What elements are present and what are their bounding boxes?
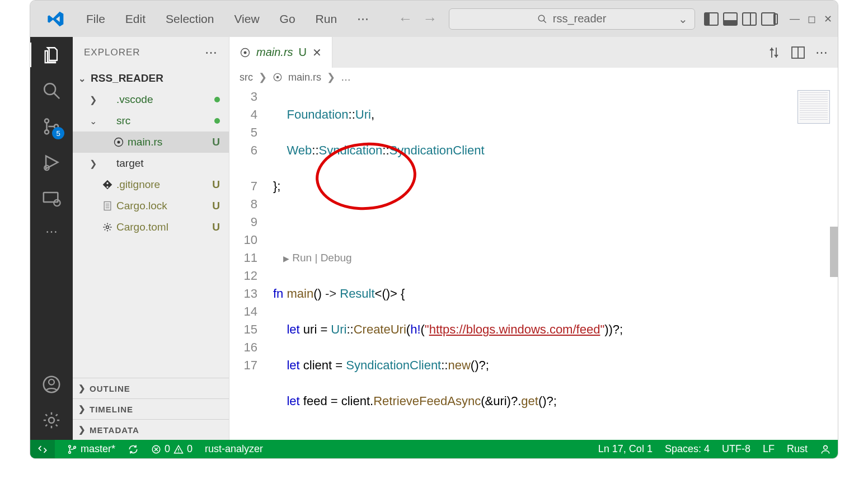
scrollbar-thumb[interactable] <box>830 227 838 277</box>
editor-more-icon[interactable]: ⋯ <box>815 45 828 60</box>
svg-point-26 <box>69 445 71 447</box>
menu-go[interactable]: Go <box>270 12 306 26</box>
git-branch[interactable]: master* <box>67 443 115 455</box>
menu-view[interactable]: View <box>224 12 269 26</box>
explorer-sidebar: EXPLORER ⋯ ⌄ RSS_READER ❯.vscode⌄srcmain… <box>73 37 229 440</box>
file-icon <box>102 200 116 212</box>
tree-item[interactable]: ⌄src <box>73 110 229 132</box>
window-minimize-icon[interactable]: — <box>790 13 800 25</box>
activity-scm-icon[interactable]: 5 <box>42 117 61 136</box>
toggle-primary-sidebar-icon[interactable] <box>704 12 719 26</box>
svg-point-5 <box>45 130 49 134</box>
menu-edit[interactable]: Edit <box>115 12 156 26</box>
sync-icon[interactable] <box>128 444 139 455</box>
svg-point-31 <box>178 451 179 452</box>
menu-more[interactable]: ⋯ <box>347 12 379 26</box>
code-content[interactable]: Foundation::Uri, Web::Syndication::Syndi… <box>273 87 623 440</box>
editor-group: main.rs U ✕ ⋯ src ❯ main.rs ❯ … <box>229 37 838 440</box>
rust-icon <box>113 137 128 148</box>
tree-item[interactable]: Cargo.tomlU <box>73 217 229 238</box>
section-timeline[interactable]: ❯TIMELINE <box>73 398 229 419</box>
svg-point-14 <box>118 141 120 144</box>
line-gutter: 3456 7891011121314151617 <box>229 87 273 440</box>
tree-item[interactable]: main.rsU <box>73 132 229 153</box>
tree-item[interactable]: ❯target <box>73 153 229 174</box>
svg-line-1 <box>543 20 546 23</box>
tab-status: U <box>299 46 307 59</box>
crumb-src[interactable]: src <box>240 72 253 83</box>
sidebar-title: EXPLORER <box>84 47 140 58</box>
rust-icon <box>240 47 251 58</box>
menu-run[interactable]: Run <box>306 12 348 26</box>
codelens-run-debug[interactable]: ▶ Run | Debug <box>273 249 623 267</box>
menu-file[interactable]: File <box>76 12 115 26</box>
git-icon <box>102 179 116 190</box>
toggle-panel-icon[interactable] <box>723 12 738 26</box>
status-bar: master* 0 0 rust-analyzer Ln 17, Col 1 S… <box>30 440 838 458</box>
scm-badge: 5 <box>52 127 64 139</box>
svg-point-2 <box>44 83 55 95</box>
encoding[interactable]: UTF-8 <box>722 443 750 455</box>
minimap[interactable] <box>797 90 830 124</box>
activity-explorer-icon[interactable] <box>42 45 61 64</box>
svg-point-11 <box>49 379 54 385</box>
section-outline[interactable]: ❯OUTLINE <box>73 378 229 398</box>
svg-point-25 <box>276 76 279 79</box>
problems[interactable]: 0 0 <box>151 443 193 455</box>
tab-main-rs[interactable]: main.rs U ✕ <box>229 37 332 68</box>
tree-item[interactable]: Cargo.lockU <box>73 195 229 217</box>
remote-indicator[interactable] <box>30 440 55 458</box>
nav-back-icon[interactable]: ← <box>398 10 413 27</box>
svg-point-4 <box>45 119 49 123</box>
breadcrumb[interactable]: src ❯ main.rs ❯ … <box>229 68 838 87</box>
window-close-icon[interactable]: ✕ <box>824 13 832 25</box>
section-metadata[interactable]: ❯METADATA <box>73 419 229 440</box>
main-area: 5 ⋯ EXPLORER ⋯ ⌄ <box>30 37 838 440</box>
window-maximize-icon[interactable]: ◻ <box>808 13 816 25</box>
sidebar-more-icon[interactable]: ⋯ <box>205 45 218 60</box>
split-editor-icon[interactable] <box>791 46 805 59</box>
activity-search-icon[interactable] <box>42 81 61 100</box>
indentation[interactable]: Spaces: 4 <box>665 443 710 455</box>
lsp-status[interactable]: rust-analyzer <box>205 443 263 455</box>
vscode-logo-icon <box>47 10 65 28</box>
svg-point-0 <box>538 15 545 21</box>
sidebar-header: EXPLORER ⋯ <box>73 37 229 68</box>
svg-point-12 <box>49 417 54 423</box>
file-tree: ⌄ RSS_READER ❯.vscode⌄srcmain.rsU❯target… <box>73 68 229 378</box>
compare-changes-icon[interactable] <box>767 46 781 59</box>
modified-dot-icon <box>214 118 220 124</box>
tab-close-icon[interactable]: ✕ <box>312 46 322 59</box>
titlebar: File Edit Selection View Go Run ⋯ ← → rs… <box>30 1 838 37</box>
toggle-secondary-sidebar-icon[interactable] <box>742 12 757 26</box>
svg-point-32 <box>824 445 828 449</box>
tree-item[interactable]: ❯.vscode <box>73 89 229 110</box>
svg-point-21 <box>244 51 247 54</box>
activity-remote-icon[interactable] <box>42 189 61 208</box>
tree-item[interactable]: .gitignoreU <box>73 174 229 195</box>
cursor-position[interactable]: Ln 17, Col 1 <box>598 443 653 455</box>
gear-icon <box>102 222 116 233</box>
feedback-icon[interactable] <box>820 444 831 455</box>
crumb-file[interactable]: main.rs <box>288 72 321 83</box>
customize-layout-icon[interactable] <box>761 12 776 26</box>
language-mode[interactable]: Rust <box>787 443 808 455</box>
svg-point-9 <box>54 200 60 206</box>
activity-account-icon[interactable] <box>42 375 61 394</box>
eol[interactable]: LF <box>763 443 775 455</box>
rust-icon <box>273 72 283 82</box>
code-editor[interactable]: 3456 7891011121314151617 Foundation::Uri… <box>229 87 838 440</box>
tree-root[interactable]: ⌄ RSS_READER <box>73 68 229 89</box>
activity-settings-icon[interactable] <box>42 411 61 430</box>
activity-debug-icon[interactable] <box>42 153 61 172</box>
nav-forward-icon[interactable]: → <box>423 10 438 27</box>
svg-point-19 <box>106 226 109 229</box>
crumb-more[interactable]: … <box>341 72 351 83</box>
activity-more-icon[interactable]: ⋯ <box>45 224 58 239</box>
command-center[interactable]: rss_reader ⌄ <box>449 8 695 30</box>
menu-selection[interactable]: Selection <box>156 12 224 26</box>
window-frame: File Edit Selection View Go Run ⋯ ← → rs… <box>30 0 838 459</box>
chevron-down-icon: ⌄ <box>678 12 688 26</box>
tab-bar: main.rs U ✕ ⋯ <box>229 37 838 68</box>
tab-label: main.rs <box>256 46 293 59</box>
